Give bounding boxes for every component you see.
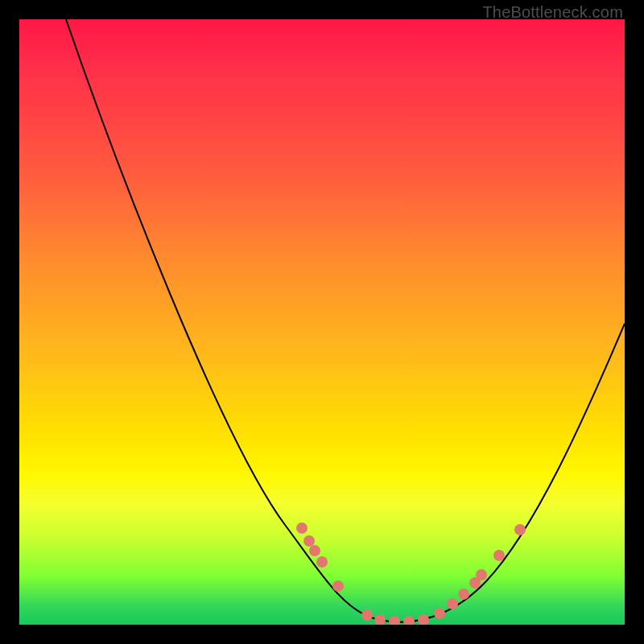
chart-frame: TheBottleneck.com [0, 0, 644, 644]
curve-marker [458, 588, 469, 600]
curve-marker [447, 598, 458, 609]
curve-marker [309, 545, 320, 556]
curve-marker [493, 550, 505, 561]
curve-marker [303, 535, 315, 547]
marker-group [296, 522, 526, 625]
curve-marker [434, 608, 445, 619]
plot-area [19, 19, 625, 625]
curve-marker [296, 522, 308, 534]
curve-marker [389, 616, 400, 625]
curve-marker [361, 609, 373, 621]
curve-marker [514, 524, 526, 535]
bottleneck-curve-svg [19, 19, 625, 625]
curve-marker [418, 614, 429, 625]
bottleneck-curve [66, 19, 625, 622]
curve-marker [476, 569, 487, 580]
curve-marker [403, 616, 415, 625]
curve-marker [374, 614, 386, 625]
curve-marker [316, 556, 328, 568]
curve-marker [332, 580, 344, 592]
